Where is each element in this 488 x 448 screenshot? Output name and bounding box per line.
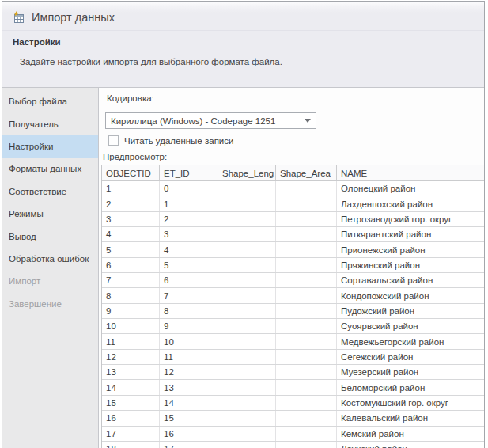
table-row[interactable]: 65Пряжинский район	[102, 258, 484, 273]
table-row[interactable]: 32Петрозаводский гор. округ	[102, 212, 484, 227]
column-header-et_id[interactable]: ET_ID	[160, 165, 218, 180]
table-cell	[218, 350, 276, 364]
table-cell: Муезерский район	[337, 365, 484, 379]
table-cell	[276, 365, 337, 379]
table-row[interactable]: 10Олонецкий район	[102, 181, 484, 196]
encoding-combobox[interactable]: Кириллица (Windows) - Codepage 1251	[105, 112, 316, 129]
table-cell	[218, 212, 276, 226]
table-cell: 10	[102, 319, 160, 333]
sidebar-item-data-formats[interactable]: Форматы данных	[2, 158, 98, 180]
table-cell: Пудожский район	[337, 304, 484, 318]
sidebar-item-mapping[interactable]: Соответствие	[2, 180, 98, 203]
sidebar-item-import: Импорт	[2, 270, 98, 292]
table-row[interactable]: 87Кондопожский район	[102, 288, 484, 303]
table-cell	[218, 319, 276, 333]
table-cell	[276, 196, 337, 211]
table-cell	[276, 442, 337, 448]
table-cell: 15	[102, 396, 160, 410]
column-header-shape_leng[interactable]: Shape_Leng	[218, 165, 276, 180]
sidebar-item-modes[interactable]: Режимы	[2, 203, 98, 225]
table-cell	[276, 288, 337, 302]
header-divider	[2, 30, 484, 31]
sidebar-item-label: Получатель	[9, 120, 59, 129]
table-row[interactable]: 1110Медвежьегорский район	[102, 334, 484, 349]
table-row[interactable]: 98Пудожский район	[102, 304, 484, 319]
table-cell: 3	[102, 212, 160, 226]
table-cell	[276, 181, 337, 196]
read-deleted-checkbox-label: Читать удаленные записи	[124, 136, 233, 146]
step-description: Задайте настройки импорта для выбранного…	[20, 57, 282, 66]
sidebar-item-output[interactable]: Вывод	[2, 225, 98, 247]
sidebar-item-settings[interactable]: Настройки	[2, 135, 98, 158]
table-cell	[276, 258, 337, 272]
table-cell	[218, 273, 276, 287]
import-data-dialog: { "window": { "title": "Импорт данных", …	[0, 0, 488, 448]
table-cell: 1	[102, 181, 160, 196]
table-row[interactable]: 1817Лоухский район	[102, 442, 484, 448]
table-cell: Беломорский район	[337, 380, 484, 394]
table-cell: 13	[160, 380, 218, 394]
encoding-label: Кодировка:	[107, 93, 154, 103]
table-cell	[218, 411, 276, 425]
preview-table: OBJECTIDET_IDShape_LengShape_AreaNAME 10…	[101, 165, 484, 448]
table-import-icon	[13, 11, 26, 25]
encoding-combobox-value: Кириллица (Windows) - Codepage 1251	[111, 116, 301, 126]
table-row[interactable]: 21Лахденпохский район	[102, 196, 484, 211]
sidebar-item-label: Настройки	[9, 142, 53, 151]
chevron-down-icon	[305, 119, 311, 123]
table-cell: 7	[160, 288, 218, 302]
table-cell	[276, 334, 337, 348]
table-row[interactable]: 54Прионежский район	[102, 242, 484, 257]
table-cell	[276, 319, 337, 333]
column-header-shape_area[interactable]: Shape_Area	[276, 165, 337, 180]
table-cell: Медвежьегорский район	[337, 334, 484, 348]
sidebar-item-label: Выбор файла	[9, 97, 67, 106]
table-cell: 9	[102, 304, 160, 318]
table-cell	[218, 427, 276, 441]
table-cell	[276, 411, 337, 425]
table-row[interactable]: 1312Муезерский район	[102, 365, 484, 380]
table-row[interactable]: 1615Калевальский район	[102, 411, 484, 426]
table-cell	[218, 196, 276, 211]
table-cell: 11	[160, 350, 218, 364]
table-row[interactable]: 1211Сегежский район	[102, 350, 484, 365]
table-cell: 18	[102, 442, 160, 448]
table-cell: 6	[102, 258, 160, 272]
table-cell: 7	[102, 273, 160, 287]
table-row[interactable]: 43Питкярантский район	[102, 227, 484, 242]
table-cell: Пряжинский район	[337, 258, 484, 272]
sidebar-item-label: Завершение	[9, 299, 62, 309]
column-header-objectid[interactable]: OBJECTID	[102, 165, 160, 180]
table-cell: 4	[160, 242, 218, 256]
table-cell: Прионежский район	[337, 242, 484, 256]
wizard-header: Импорт данных Настройки Задайте настройк…	[2, 2, 484, 88]
sidebar-item-target[interactable]: Получатель	[2, 112, 98, 135]
sidebar-item-label: Импорт	[9, 276, 40, 286]
table-row[interactable]: 1514Костомукшский гор. округ	[102, 396, 484, 411]
column-header-name[interactable]: NAME	[337, 165, 484, 180]
table-row[interactable]: 1716Кемский район	[102, 427, 484, 442]
table-cell	[218, 288, 276, 302]
sidebar-item-file-select[interactable]: Выбор файла	[2, 90, 98, 112]
table-cell	[218, 365, 276, 379]
table-cell	[218, 181, 276, 196]
table-cell: 4	[102, 227, 160, 241]
table-cell	[276, 350, 337, 364]
sidebar-item-error-handling[interactable]: Обработка ошибок	[2, 248, 98, 270]
read-deleted-checkbox[interactable]	[108, 135, 119, 146]
table-cell: Лахденпохский район	[337, 196, 484, 211]
table-cell: 16	[102, 411, 160, 425]
table-cell	[218, 227, 276, 241]
table-cell	[218, 304, 276, 318]
table-row[interactable]: 76Сортавальский район	[102, 273, 484, 288]
table-cell	[276, 304, 337, 318]
preview-table-header: OBJECTIDET_IDShape_LengShape_AreaNAME	[102, 165, 484, 181]
window-title: Импорт данных	[32, 11, 115, 24]
table-cell: 16	[160, 427, 218, 441]
table-cell: Сегежский район	[337, 350, 484, 364]
table-cell	[218, 396, 276, 410]
settings-page: Кодировка: Кириллица (Windows) - Codepag…	[100, 88, 484, 448]
table-row[interactable]: 1413Беломорский район	[102, 380, 484, 395]
table-row[interactable]: 109Суоярвский район	[102, 319, 484, 334]
table-cell	[276, 396, 337, 410]
